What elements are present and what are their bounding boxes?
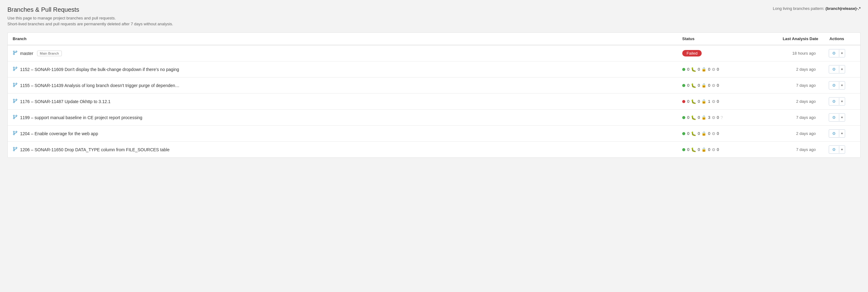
svg-point-20 — [13, 131, 14, 133]
pattern-info: Long living branches pattern: (branch|re… — [773, 6, 861, 11]
table-row: master Main Branch Failed 18 hours ago ⚙… — [8, 45, 860, 62]
table-row: 1206 – SONAR-11650 Drop DATA_TYPE column… — [8, 142, 860, 157]
branch-name-master: master — [20, 51, 33, 56]
svg-point-1 — [13, 53, 14, 54]
svg-point-8 — [13, 83, 14, 84]
status-dot-1155 — [682, 84, 685, 87]
metrics-1155: 0 🐛 0 🔒 0 ⊙ 0 — [687, 83, 719, 88]
branch-icon-master — [13, 50, 18, 57]
branch-name-1206: 1206 – SONAR-11650 Drop DATA_TYPE column… — [20, 147, 169, 152]
svg-point-9 — [13, 85, 14, 87]
col-header-status: Status — [682, 36, 750, 41]
svg-point-25 — [13, 150, 14, 151]
status-cell-1204: 0 🐛 0 🔒 0 ⊙ 0 — [682, 131, 750, 136]
branch-name-1155: 1155 – SONAR-11439 Analysis of long bran… — [20, 83, 180, 88]
action-button-1152[interactable]: ⚙ ▾ — [829, 65, 845, 73]
branch-cell-master: master Main Branch — [13, 50, 682, 57]
table-row: 1152 – SONAR-11609 Don't display the bul… — [8, 62, 860, 77]
branches-table: Branch Status Last Analysis Date Actions… — [7, 32, 861, 158]
branch-cell-1204: 1204 – Enable coverage for the web app — [13, 131, 682, 137]
action-gear-1155[interactable]: ⚙ — [829, 81, 839, 89]
pattern-label: Long living branches pattern: — [773, 6, 825, 11]
page-subtitle: Use this page to manage project branches… — [7, 16, 861, 21]
action-button-master[interactable]: ⚙ ▾ — [829, 49, 845, 58]
col-header-date: Last Analysis Date — [750, 36, 818, 41]
action-button-1199[interactable]: ⚙ ▾ — [829, 113, 845, 122]
actions-cell-1206: ⚙ ▾ — [818, 145, 855, 154]
table-row: 1204 – Enable coverage for the web app 0… — [8, 125, 860, 142]
date-cell-1152: 2 days ago — [750, 67, 818, 72]
svg-point-14 — [16, 99, 17, 100]
action-caret-1152[interactable]: ▾ — [839, 66, 845, 73]
status-cell-1155: 0 🐛 0 🔒 0 ⊙ 0 — [682, 83, 750, 88]
actions-cell-1155: ⚙ ▾ — [818, 81, 855, 89]
action-gear-1176[interactable]: ⚙ — [829, 98, 839, 105]
date-cell-1176: 2 days ago — [750, 99, 818, 104]
action-caret-1199[interactable]: ▾ — [839, 114, 845, 121]
branch-cell-1199: 1199 – support manual baseline in CE pro… — [13, 114, 682, 120]
status-badge-failed: Failed — [682, 50, 702, 57]
actions-cell-1204: ⚙ ▾ — [818, 129, 855, 138]
pr-icon-1155 — [13, 82, 18, 88]
branch-cell-1206: 1206 – SONAR-11650 Drop DATA_TYPE column… — [13, 147, 682, 152]
status-cell-1152: 0 🐛 0 🔒 0 ⊙ 0 — [682, 67, 750, 72]
table-row: 1199 – support manual baseline in CE pro… — [8, 110, 860, 125]
table-row: 1155 – SONAR-11439 Analysis of long bran… — [8, 77, 860, 94]
action-gear-1204[interactable]: ⚙ — [829, 130, 839, 137]
action-button-1204[interactable]: ⚙ ▾ — [829, 129, 845, 138]
status-dot-1206 — [682, 148, 685, 151]
action-button-1206[interactable]: ⚙ ▾ — [829, 145, 845, 154]
date-cell-1199: 7 days ago — [750, 115, 818, 120]
action-caret-1176[interactable]: ▾ — [839, 98, 845, 105]
status-dot-1176 — [682, 100, 685, 103]
action-button-1176[interactable]: ⚙ ▾ — [829, 97, 845, 106]
col-header-actions: Actions — [818, 36, 855, 41]
metrics-1152: 0 🐛 0 🔒 0 ⊙ 0 — [687, 67, 719, 72]
action-gear-1206[interactable]: ⚙ — [829, 146, 839, 153]
col-header-branch: Branch — [13, 36, 682, 41]
actions-cell-1176: ⚙ ▾ — [818, 97, 855, 106]
branch-name-1204: 1204 – Enable coverage for the web app — [20, 131, 98, 136]
svg-point-26 — [16, 147, 17, 148]
metrics-1199: 0 🐛 0 🔒 3 ⊙ 0 ? — [687, 115, 723, 120]
svg-point-16 — [13, 115, 14, 116]
action-caret-1206[interactable]: ▾ — [839, 146, 845, 153]
branch-name-1199: 1199 – support manual baseline in CE pro… — [20, 115, 142, 120]
branch-cell-1155: 1155 – SONAR-11439 Analysis of long bran… — [13, 82, 682, 88]
page-note: Short-lived branches and pull requests a… — [7, 22, 861, 26]
date-cell-1206: 7 days ago — [750, 147, 818, 152]
action-caret-master[interactable]: ▾ — [839, 50, 845, 57]
date-cell-1155: 7 days ago — [750, 83, 818, 88]
action-gear-1199[interactable]: ⚙ — [829, 114, 839, 121]
action-caret-1204[interactable]: ▾ — [839, 130, 845, 137]
date-cell-1204: 2 days ago — [750, 131, 818, 136]
svg-point-4 — [13, 67, 14, 68]
pr-icon-1204 — [13, 131, 18, 137]
svg-point-13 — [13, 102, 14, 103]
question-icon-1199: ? — [720, 115, 723, 120]
svg-point-24 — [13, 147, 14, 148]
action-gear-1152[interactable]: ⚙ — [829, 66, 839, 73]
page-header: Branches & Pull Requests Use this page t… — [7, 6, 861, 26]
status-dot-1152 — [682, 68, 685, 71]
svg-point-0 — [13, 51, 14, 52]
action-gear-master[interactable]: ⚙ — [829, 49, 839, 57]
metrics-1204: 0 🐛 0 🔒 0 ⊙ 0 — [687, 131, 719, 136]
metrics-1206: 0 🐛 0 🔒 0 ⊙ 0 — [687, 147, 719, 152]
svg-point-6 — [16, 67, 17, 68]
action-button-1155[interactable]: ⚙ ▾ — [829, 81, 845, 89]
svg-point-17 — [13, 118, 14, 119]
pattern-value: (branch|release)-.* — [826, 6, 861, 11]
date-cell-master: 18 hours ago — [750, 51, 818, 56]
svg-point-21 — [13, 134, 14, 135]
pr-icon-1152 — [13, 66, 18, 72]
metrics-1176: 0 🐛 0 🔒 1 ⊙ 0 — [687, 99, 719, 104]
svg-point-10 — [16, 83, 17, 84]
main-branch-badge: Main Branch — [37, 50, 62, 56]
pr-icon-1206 — [13, 147, 18, 152]
svg-point-2 — [16, 51, 17, 52]
status-dot-1199 — [682, 116, 685, 119]
branch-name-1176: 1176 – SONAR-11487 Update Okhttp to 3.12… — [20, 99, 111, 104]
action-caret-1155[interactable]: ▾ — [839, 82, 845, 89]
pr-icon-1199 — [13, 114, 18, 120]
